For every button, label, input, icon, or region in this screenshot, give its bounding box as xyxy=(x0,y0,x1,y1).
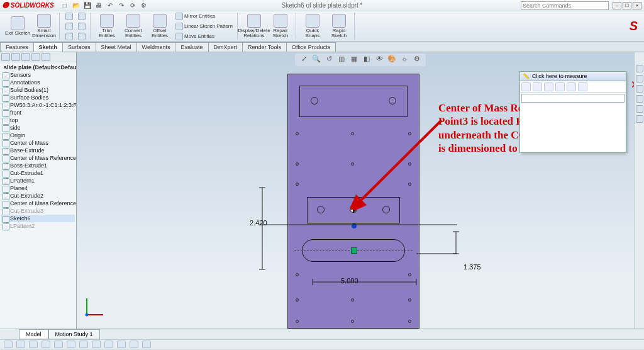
tab-features[interactable]: Features xyxy=(0,42,34,52)
tool-icon[interactable] xyxy=(142,341,151,348)
search-input[interactable] xyxy=(521,1,609,10)
circle-tool[interactable] xyxy=(64,22,75,31)
tree-item[interactable]: Boss-Extrude1 xyxy=(1,162,75,169)
close-button[interactable]: × xyxy=(633,2,641,9)
exit-sketch-button[interactable]: Exit Sketch xyxy=(5,16,30,36)
point-icon[interactable] xyxy=(555,82,565,91)
property-manager-icon[interactable] xyxy=(11,53,20,61)
rapid-sketch-button[interactable]: Rapid Sketch xyxy=(326,14,352,38)
tree-item[interactable]: Center of Mass xyxy=(1,139,75,147)
section-view-icon[interactable]: ▥ xyxy=(336,55,347,65)
feature-tree[interactable]: slide plate (Default<<Default>_Appea Sen… xyxy=(0,62,76,329)
file-explorer-icon[interactable] xyxy=(636,85,643,93)
convert-button[interactable]: Convert Entities xyxy=(121,14,146,38)
graphics-viewport[interactable]: ⤢ 🔍 ↺ ▥ ▦ ◧ 👁 🎨 ☼ ⚙ xyxy=(77,52,644,329)
rect-tool[interactable] xyxy=(76,12,87,21)
tool-icon[interactable] xyxy=(92,341,101,348)
tree-item[interactable]: Center of Mass Reference Point2 xyxy=(1,154,75,162)
tree-item[interactable]: Annotations xyxy=(1,79,75,86)
view-orientation-icon[interactable]: ▦ xyxy=(349,55,359,65)
hide-show-icon[interactable]: 👁 xyxy=(374,55,384,65)
tree-root[interactable]: slide plate (Default<<Default>_Appea xyxy=(1,64,75,71)
line-tool[interactable] xyxy=(64,12,75,21)
tool-icon[interactable] xyxy=(79,341,88,348)
command-search[interactable] xyxy=(521,1,609,10)
custom-props-icon[interactable] xyxy=(636,115,643,123)
view-palette-icon[interactable] xyxy=(636,95,643,103)
tab-weldments[interactable]: Weldments xyxy=(136,42,176,52)
tool-icon[interactable] xyxy=(117,341,126,348)
model-tab[interactable]: Model xyxy=(19,329,48,339)
tool-icon[interactable] xyxy=(130,341,138,348)
tab-surfaces[interactable]: Surfaces xyxy=(62,42,96,52)
linear-pattern-button[interactable]: Linear Sketch Pattern xyxy=(174,22,235,31)
tool-icon[interactable] xyxy=(29,341,38,348)
edit-appearance-icon[interactable]: 🎨 xyxy=(387,55,397,65)
measure-title[interactable]: 📏Click here to measure xyxy=(520,72,626,81)
dimxpert-manager-icon[interactable] xyxy=(31,53,40,61)
redo-icon[interactable]: ↷ xyxy=(117,1,126,10)
sensor-icon[interactable] xyxy=(578,82,587,91)
measure-selection-field[interactable] xyxy=(521,94,625,103)
trim-button[interactable]: Trim Entities xyxy=(94,14,119,38)
arc-tool[interactable] xyxy=(64,32,75,41)
tree-item-active-sketch[interactable]: Sketch6 xyxy=(1,215,75,222)
spline-tool[interactable] xyxy=(76,32,87,41)
tab-sketch[interactable]: Sketch xyxy=(33,42,64,52)
mirror-button[interactable]: Mirror Entities xyxy=(174,12,235,21)
tree-item[interactable]: Cut-Extrude3 xyxy=(1,207,75,215)
tree-item[interactable]: Cut-Extrude2 xyxy=(1,192,75,200)
config-manager-icon[interactable] xyxy=(21,53,30,61)
prev-view-icon[interactable]: ↺ xyxy=(324,55,334,65)
undo-icon[interactable]: ↶ xyxy=(106,1,114,10)
design-library-icon[interactable] xyxy=(636,75,643,82)
zoom-area-icon[interactable]: 🔍 xyxy=(311,55,321,65)
feature-tree-icon[interactable] xyxy=(1,53,10,61)
tab-dimxpert[interactable]: DimXpert xyxy=(208,42,243,52)
repair-sketch-button[interactable]: Repair Sketch xyxy=(268,14,293,38)
tool-icon[interactable] xyxy=(104,341,113,348)
motion-study-tab[interactable]: Motion Study 1 xyxy=(48,329,100,339)
quick-snaps-button[interactable]: Quick Snaps xyxy=(300,14,325,38)
tool-icon[interactable] xyxy=(4,341,13,348)
appearances-icon[interactable] xyxy=(636,105,643,113)
display-manager-icon[interactable] xyxy=(42,53,50,61)
tree-item[interactable]: LPattern1 xyxy=(1,177,75,184)
apply-scene-icon[interactable]: ☼ xyxy=(399,55,409,65)
resources-icon[interactable] xyxy=(636,65,643,72)
measure-window[interactable]: 📏Click here to measure xyxy=(519,71,626,153)
tree-item[interactable]: Sensors xyxy=(1,71,75,79)
smart-dimension-button[interactable]: Smart Dimension xyxy=(31,14,57,38)
tool-icon[interactable] xyxy=(42,341,50,348)
view-settings-icon[interactable]: ⚙ xyxy=(412,55,422,65)
units-icon[interactable] xyxy=(521,82,531,91)
save-icon[interactable]: 💾 xyxy=(83,1,92,10)
tree-item[interactable]: Surface Bodies xyxy=(1,94,75,101)
tab-sheetmetal[interactable]: Sheet Metal xyxy=(96,42,137,52)
display-delete-relations-button[interactable]: Display/Delete Relations xyxy=(242,14,267,38)
open-icon[interactable]: 📂 xyxy=(72,1,80,10)
rebuild-icon[interactable]: ⟳ xyxy=(128,1,137,10)
tab-office[interactable]: Office Products xyxy=(286,42,336,52)
slot-tool[interactable] xyxy=(76,22,87,31)
offset-button[interactable]: Offset Entities xyxy=(147,14,172,38)
tab-evaluate[interactable]: Evaluate xyxy=(175,42,208,52)
tool-icon[interactable] xyxy=(67,341,75,348)
move-entities-button[interactable]: Move Entities xyxy=(174,32,235,41)
tree-item[interactable]: Solid Bodies(1) xyxy=(1,86,75,94)
arc-icon[interactable] xyxy=(533,82,542,91)
tree-item[interactable]: Center of Mass Reference Point3 xyxy=(1,200,75,207)
tree-item[interactable]: top xyxy=(1,116,75,124)
maximize-button[interactable]: □ xyxy=(623,2,631,9)
new-icon[interactable]: □ xyxy=(60,1,69,10)
tree-item[interactable]: LPattern2 xyxy=(1,222,75,230)
history-icon[interactable] xyxy=(567,82,576,91)
tree-item[interactable]: side xyxy=(1,124,75,132)
tree-item[interactable]: Base-Extrude xyxy=(1,147,75,154)
zoom-fit-icon[interactable]: ⤢ xyxy=(299,55,309,65)
options-icon[interactable]: ⚙ xyxy=(140,1,148,10)
xyz-icon[interactable] xyxy=(544,82,553,91)
tree-item[interactable]: Plane4 xyxy=(1,184,75,192)
display-style-icon[interactable]: ◧ xyxy=(362,55,372,65)
tool-icon[interactable] xyxy=(54,341,63,348)
